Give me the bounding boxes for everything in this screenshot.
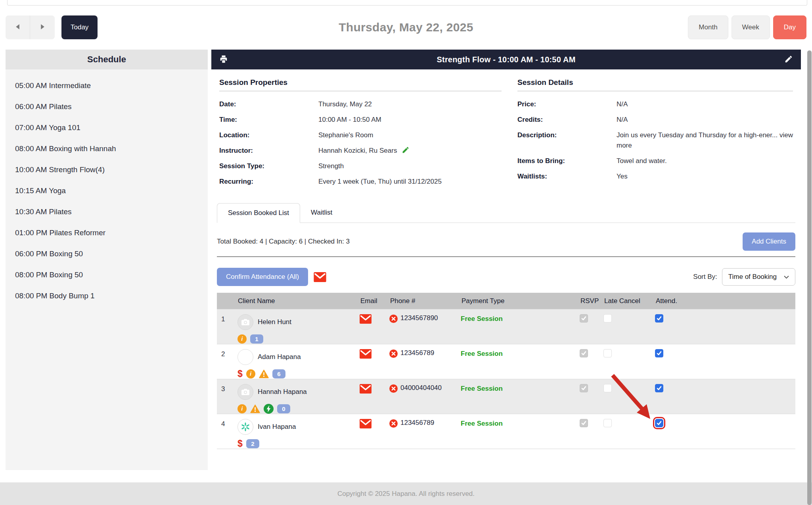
late-cancel-checkbox[interactable] bbox=[603, 384, 612, 392]
col-email: Email bbox=[360, 297, 389, 305]
property-value-text: Thursday, May 22 bbox=[318, 100, 372, 108]
next-day-button[interactable] bbox=[30, 15, 55, 39]
property-row: Instructor:Hannah Kozicki, Ru Sears bbox=[219, 146, 502, 156]
schedule-list: 05:00 AM Intermediate06:00 AM Pilates07:… bbox=[6, 69, 208, 311]
sidebar-item-session[interactable]: 01:00 PM Pilates Reformer bbox=[6, 227, 208, 238]
avatar-logo-icon[interactable] bbox=[237, 419, 253, 435]
sidebar-item-session[interactable]: 06:00 AM Pilates bbox=[6, 101, 208, 112]
sort-by-select[interactable]: Time of Booking bbox=[722, 268, 795, 286]
col-late-cancel: Late Cancel bbox=[603, 297, 655, 305]
avatar-camera-icon[interactable] bbox=[237, 384, 253, 400]
sidebar-item-session[interactable]: 08:00 PM Body Bump 1 bbox=[6, 290, 208, 301]
payment-due-icon[interactable]: $ bbox=[237, 369, 243, 378]
attend-checkbox-cell bbox=[655, 379, 795, 414]
avatar-camera-icon[interactable] bbox=[237, 314, 253, 330]
property-value-text: Hannah Kozicki, Ru Sears bbox=[318, 147, 397, 154]
info-icon[interactable]: i bbox=[237, 404, 247, 413]
rsvp-checkbox[interactable] bbox=[580, 419, 588, 427]
detail-row: Description:Join us every Tuesday and Th… bbox=[517, 130, 793, 151]
info-icon[interactable]: i bbox=[246, 369, 255, 378]
count-badge[interactable]: 0 bbox=[277, 404, 290, 413]
sidebar-item-session[interactable]: 06:00 PM Boxing 50 bbox=[6, 248, 208, 259]
info-icon[interactable]: i bbox=[237, 334, 247, 344]
warning-icon[interactable] bbox=[250, 404, 260, 413]
rsvp-checkbox[interactable] bbox=[580, 314, 588, 323]
payment-type: Free Session bbox=[461, 379, 580, 414]
sidebar-item-session[interactable]: 10:15 AM Yoga bbox=[6, 185, 208, 196]
client-badges: i0 bbox=[237, 403, 360, 414]
col-attend: Attend. bbox=[655, 297, 795, 305]
sidebar-item-session[interactable]: 05:00 AM Intermediate bbox=[6, 80, 208, 91]
sort-by-label: Sort By: bbox=[693, 273, 717, 281]
email-icon[interactable] bbox=[360, 314, 372, 324]
property-value: Stephanie's Room bbox=[318, 130, 502, 140]
email-all-icon[interactable] bbox=[314, 272, 326, 282]
attend-checkbox[interactable] bbox=[655, 384, 663, 392]
col-rsvp: RSVP bbox=[580, 297, 603, 305]
detail-row: Credits:N/A bbox=[517, 115, 793, 125]
late-cancel-checkbox-cell bbox=[603, 344, 655, 379]
avatar-blank[interactable] bbox=[237, 349, 253, 365]
warning-icon[interactable] bbox=[259, 369, 269, 378]
scrollbar-thumb[interactable] bbox=[807, 50, 812, 505]
property-value-text: Strength bbox=[318, 162, 344, 170]
chevron-right-icon bbox=[40, 24, 45, 31]
sidebar-item-session[interactable]: 08:00 AM Boxing with Hannah bbox=[6, 143, 208, 154]
view-week-button[interactable]: Week bbox=[732, 15, 770, 39]
session-details-heading: Session Details bbox=[517, 78, 793, 87]
today-button[interactable]: Today bbox=[61, 15, 98, 39]
late-cancel-checkbox-cell bbox=[603, 309, 655, 344]
email-icon[interactable] bbox=[360, 349, 372, 359]
property-label: Session Type: bbox=[219, 161, 318, 171]
attend-checkbox[interactable] bbox=[655, 419, 663, 427]
count-badge[interactable]: 6 bbox=[272, 369, 285, 378]
property-row: Location:Stephanie's Room bbox=[219, 130, 502, 140]
phone-x-icon bbox=[389, 384, 398, 393]
confirm-attendance-button[interactable]: Confirm Attendance (All) bbox=[217, 268, 308, 286]
view-month-button[interactable]: Month bbox=[688, 15, 728, 39]
rsvp-checkbox-cell bbox=[580, 344, 603, 379]
client-badges: $2 bbox=[237, 438, 360, 449]
payment-type: Free Session bbox=[461, 309, 580, 344]
detail-value: Towel and water. bbox=[617, 156, 793, 166]
view-day-button[interactable]: Day bbox=[773, 15, 806, 39]
sidebar-item-session[interactable]: 08:00 PM Boxing 50 bbox=[6, 269, 208, 280]
payment-due-icon[interactable]: $ bbox=[237, 439, 243, 448]
client-row: 1Helen Hunti11234567890Free Session bbox=[217, 309, 795, 344]
count-badge[interactable]: 2 bbox=[246, 439, 259, 448]
session-header-bar: Strength Flow - 10:00 AM - 10:50 AM bbox=[211, 50, 801, 69]
edit-instructor-icon[interactable] bbox=[402, 146, 410, 154]
page-scrollbar[interactable] bbox=[807, 0, 812, 505]
attend-checkbox[interactable] bbox=[655, 314, 663, 323]
sidebar-item-session[interactable]: 07:00 AM Yoga 101 bbox=[6, 122, 208, 133]
email-icon[interactable] bbox=[360, 384, 372, 394]
divider bbox=[517, 91, 793, 91]
client-phone: 123456789 bbox=[400, 349, 434, 357]
sidebar-item-session[interactable]: 10:30 AM Pilates bbox=[6, 206, 208, 217]
tab-waitlist[interactable]: Waitlist bbox=[300, 203, 343, 223]
detail-value-text: N/A bbox=[617, 116, 628, 123]
detail-value: N/A bbox=[617, 115, 793, 125]
tab-session-booked-list[interactable]: Session Booked List bbox=[217, 203, 300, 223]
main-content: Schedule 05:00 AM Intermediate06:00 AM P… bbox=[6, 50, 801, 470]
late-cancel-checkbox[interactable] bbox=[603, 314, 612, 323]
print-button[interactable] bbox=[218, 54, 229, 65]
add-clients-button[interactable]: Add Clients bbox=[743, 232, 795, 251]
phone-cell: 1234567890 bbox=[389, 309, 461, 344]
rsvp-checkbox[interactable] bbox=[580, 349, 588, 357]
divider bbox=[219, 91, 502, 91]
prev-day-button[interactable] bbox=[6, 15, 30, 39]
count-badge[interactable]: 1 bbox=[250, 334, 263, 344]
col-client-name: Client Name bbox=[233, 297, 360, 305]
email-icon[interactable] bbox=[360, 419, 372, 428]
late-cancel-checkbox[interactable] bbox=[603, 349, 612, 357]
attend-checkbox[interactable] bbox=[655, 349, 663, 357]
rsvp-checkbox[interactable] bbox=[580, 384, 588, 392]
client-cell: Helen Hunti1 bbox=[233, 309, 360, 344]
late-cancel-checkbox[interactable] bbox=[603, 419, 612, 427]
sidebar-title: Schedule bbox=[6, 50, 208, 69]
edit-session-button[interactable] bbox=[783, 54, 794, 65]
bolt-icon[interactable] bbox=[264, 404, 274, 414]
date-nav-group bbox=[6, 15, 55, 39]
sidebar-item-session[interactable]: 10:00 AM Strength Flow(4) bbox=[6, 164, 208, 175]
